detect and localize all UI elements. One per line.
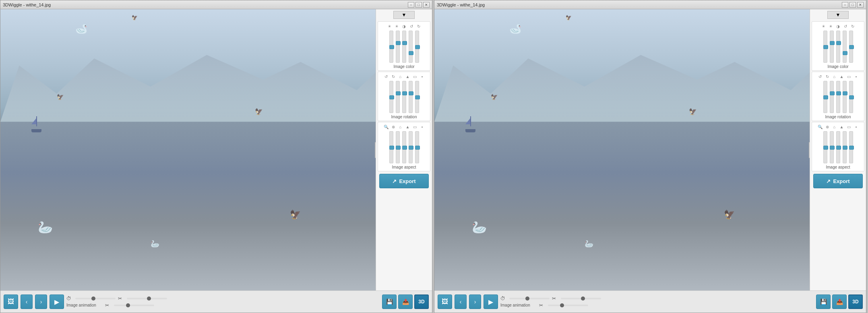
color-icon-left[interactable]: ◑ <box>401 23 407 29</box>
next-btn-right[interactable]: › <box>469 294 481 309</box>
aspect-c2-icon[interactable]: ▪ <box>420 124 425 130</box>
reset-right-icon[interactable]: ↺ <box>843 23 848 29</box>
anim-slider-2-right[interactable] <box>561 298 601 299</box>
frame-icon-right[interactable]: ▪ <box>854 74 859 79</box>
crop-icon-right[interactable]: ▭ <box>846 74 852 79</box>
prev-btn-left[interactable]: ‹ <box>21 294 33 309</box>
asp-thumb-2[interactable] <box>396 146 401 150</box>
slider-thumb-4[interactable] <box>409 51 413 55</box>
asp-thumb-3[interactable] <box>402 146 407 150</box>
export2-btn-right[interactable]: 📤 <box>832 294 847 309</box>
anim-thumb-3-left[interactable] <box>126 303 130 307</box>
anim-thumb-2-left[interactable] <box>147 297 151 301</box>
slider-thumb-1[interactable] <box>389 45 394 49</box>
aspect-v-icon-right[interactable]: ▲ <box>839 124 845 130</box>
anim-thumb-3-right[interactable] <box>560 303 564 307</box>
rot-thumb-5[interactable] <box>415 95 420 99</box>
r-slider-thumb-4[interactable] <box>843 51 847 55</box>
close-btn-right[interactable]: ✕ <box>857 2 864 8</box>
rot-thumb-3[interactable] <box>402 91 407 95</box>
zoom-in-icon-right[interactable]: ⊕ <box>825 124 830 130</box>
prev-btn-right[interactable]: ‹ <box>455 294 467 309</box>
contrast-icon-left[interactable]: ☀ <box>394 23 400 29</box>
anim-thumb-1-right[interactable] <box>525 297 529 301</box>
r-slider-thumb-5[interactable] <box>849 45 854 49</box>
r-rot-thumb-2[interactable] <box>830 91 835 95</box>
image-btn-left[interactable]: 🖼 <box>4 294 18 309</box>
zoom-in-icon-left[interactable]: ⊕ <box>391 124 396 130</box>
flip-h-icon[interactable]: ⌂ <box>398 74 403 79</box>
asp-thumb-1[interactable] <box>389 146 394 150</box>
flip-v-icon[interactable]: ▲ <box>405 74 411 79</box>
aspect-c2-icon-right[interactable]: ▪ <box>854 124 859 130</box>
anim-slider-3-left[interactable] <box>114 305 154 306</box>
anim-slider-1-left[interactable] <box>75 298 116 299</box>
play-btn-right[interactable]: ▶ <box>484 294 498 309</box>
r-slider-thumb-3[interactable] <box>836 41 841 45</box>
brightness-icon-left[interactable]: ☀ <box>387 23 393 29</box>
3d-btn-left[interactable]: 3D <box>414 294 429 309</box>
redo-left-icon[interactable]: ↻ <box>416 23 422 29</box>
r-asp-thumb-2[interactable] <box>830 146 835 150</box>
play-btn-left[interactable]: ▶ <box>50 294 64 309</box>
r-rot-thumb-3[interactable] <box>836 91 841 95</box>
rot-thumb-4[interactable] <box>409 91 413 95</box>
brightness-icon-right[interactable]: ☀ <box>821 23 827 29</box>
rot-left-icon[interactable]: ↺ <box>383 74 389 79</box>
export-btn-left[interactable]: ↗ Export <box>379 174 429 188</box>
rot-left-icon-right[interactable]: ↺ <box>817 74 823 79</box>
aspect-c1-icon[interactable]: ▭ <box>412 124 418 130</box>
anim-thumb-1-left[interactable] <box>91 297 95 301</box>
r-slider-thumb-1[interactable] <box>823 45 828 49</box>
export2-btn-left[interactable]: 📤 <box>398 294 413 309</box>
r-asp-thumb-5[interactable] <box>849 146 854 150</box>
collapse-panel-left[interactable]: ‹ <box>375 142 376 158</box>
aspect-c1-icon-right[interactable]: ▭ <box>846 124 852 130</box>
flip-h-icon-right[interactable]: ⌂ <box>832 74 837 79</box>
minimize-btn-left[interactable]: − <box>408 2 414 8</box>
zoom-out-icon-right[interactable]: 🔍 <box>817 124 823 130</box>
export-btn-right[interactable]: ↗ Export <box>813 174 863 188</box>
aspect-v-icon[interactable]: ▲ <box>405 124 411 130</box>
r-rot-thumb-1[interactable] <box>823 95 828 99</box>
rot-thumb-2[interactable] <box>396 91 401 95</box>
crop-icon-left[interactable]: ▭ <box>412 74 418 79</box>
r-asp-thumb-3[interactable] <box>836 146 841 150</box>
color-icon-right[interactable]: ◑ <box>835 23 841 29</box>
collapse-panel-right[interactable]: ‹ <box>809 142 810 158</box>
save-btn-right[interactable]: 💾 <box>816 294 831 309</box>
rot-thumb-1[interactable] <box>389 95 394 99</box>
save-btn-left[interactable]: 💾 <box>382 294 397 309</box>
r-rot-thumb-5[interactable] <box>849 95 854 99</box>
minimize-btn-right[interactable]: − <box>842 2 848 8</box>
anim-slider-1-right[interactable] <box>509 298 550 299</box>
r-asp-thumb-4[interactable] <box>843 146 847 150</box>
r-slider-thumb-2[interactable] <box>830 41 835 45</box>
anim-slider-3-right[interactable] <box>548 305 588 306</box>
rot-right-icon[interactable]: ↻ <box>391 74 396 79</box>
r-rot-thumb-4[interactable] <box>843 91 847 95</box>
close-btn-left[interactable]: ✕ <box>423 2 430 8</box>
asp-thumb-4[interactable] <box>409 146 413 150</box>
slider-thumb-5[interactable] <box>415 45 420 49</box>
asp-thumb-5[interactable] <box>415 146 420 150</box>
image-btn-right[interactable]: 🖼 <box>438 294 452 309</box>
rot-right-icon-right[interactable]: ↻ <box>825 74 830 79</box>
zoom-out-icon-left[interactable]: 🔍 <box>383 124 389 130</box>
aspect-h-icon[interactable]: ⌂ <box>398 124 403 130</box>
frame-icon-left[interactable]: ▪ <box>420 74 425 79</box>
view-dropdown-left[interactable]: ▼ <box>393 11 415 19</box>
anim-thumb-2-right[interactable] <box>581 297 585 301</box>
anim-slider-2-left[interactable] <box>127 298 167 299</box>
maximize-btn-right[interactable]: □ <box>849 2 856 8</box>
next-btn-left[interactable]: › <box>35 294 47 309</box>
r-asp-thumb-1[interactable] <box>823 146 828 150</box>
flip-v-icon-right[interactable]: ▲ <box>839 74 845 79</box>
aspect-h-icon-right[interactable]: ⌂ <box>832 124 837 130</box>
view-dropdown-right[interactable]: ▼ <box>827 11 849 19</box>
3d-btn-right[interactable]: 3D <box>848 294 863 309</box>
reset-left-icon[interactable]: ↺ <box>409 23 414 29</box>
slider-thumb-2[interactable] <box>396 41 401 45</box>
maximize-btn-left[interactable]: □ <box>415 2 422 8</box>
contrast-icon-right[interactable]: ☀ <box>828 23 834 29</box>
